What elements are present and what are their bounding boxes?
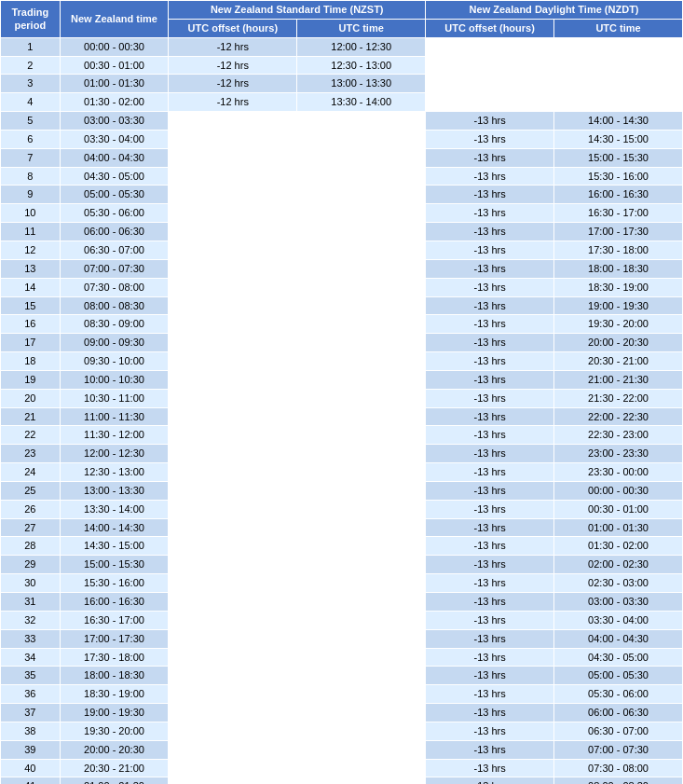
nzst-time-cell [297,704,426,722]
nzst-time-cell [297,204,426,223]
nzdt-time-cell: 06:00 - 06:30 [554,704,683,722]
nzst-offset-cell [169,370,297,389]
nz-time-cell: 07:30 - 08:00 [60,278,169,296]
table-row: 2211:30 - 12:00-13 hrs22:30 - 23:00 [1,426,683,445]
nzdt-offset-cell [426,37,554,56]
period-cell: 18 [1,352,61,371]
table-row: 2513:00 - 13:30-13 hrs00:00 - 00:30 [1,481,683,500]
table-row: 804:30 - 05:00-13 hrs15:30 - 16:00 [1,167,683,186]
nzst-time-cell [297,629,426,648]
period-cell: 13 [1,259,61,278]
nzdt-time-cell: 01:30 - 02:00 [554,537,683,556]
nz-time-cell: 07:00 - 07:30 [60,259,169,278]
period-cell: 40 [1,759,61,777]
nzdt-offset-cell: -13 hrs [426,148,554,167]
nzst-offset-cell [169,296,297,315]
nzdt-time-cell [554,37,683,56]
period-cell: 28 [1,537,61,556]
nz-time-cell: 13:00 - 13:30 [60,481,169,500]
nzdt-time-cell: 07:30 - 08:00 [554,759,683,777]
nzst-time-cell [297,148,426,167]
nzst-offset-cell: -12 hrs [169,56,297,75]
nzst-time-cell [297,500,426,518]
nzdt-offset-cell: -13 hrs [426,315,554,334]
nzst-time-cell [297,315,426,334]
nzst-offset-cell [169,518,297,537]
nzdt-offset-cell: -13 hrs [426,518,554,537]
nz-time-cell: 10:30 - 11:00 [60,389,169,407]
nzdt-offset-cell: -13 hrs [426,167,554,186]
nzst-time-cell [297,352,426,371]
period-cell: 4 [1,93,61,112]
table-row: 1508:00 - 08:30-13 hrs19:00 - 19:30 [1,296,683,315]
nzdt-time-cell: 14:00 - 14:30 [554,112,683,131]
nzst-time-cell [297,740,426,759]
nzdt-time-cell: 02:30 - 03:00 [554,574,683,593]
table-row: 1106:00 - 06:30-13 hrs17:00 - 17:30 [1,223,683,241]
nzst-time-cell [297,370,426,389]
nzdt-time-cell [554,75,683,93]
period-cell: 27 [1,518,61,537]
nzst-time-cell [297,426,426,445]
nz-time-cell: 08:30 - 09:00 [60,315,169,334]
nzdt-offset-cell: -13 hrs [426,112,554,131]
table-row: 603:30 - 04:00-13 hrs14:30 - 15:00 [1,130,683,148]
nz-time-cell: 10:00 - 10:30 [60,370,169,389]
nzdt-time-cell: 17:00 - 17:30 [554,223,683,241]
nzdt-offset-cell: -13 hrs [426,352,554,371]
nzst-time-cell [297,574,426,593]
nzdt-offset-cell: -13 hrs [426,629,554,648]
nzdt-offset-cell: -13 hrs [426,611,554,629]
nzdt-time-cell: 05:00 - 05:30 [554,667,683,685]
nzdt-time-cell [554,56,683,75]
table-row: 2111:00 - 11:30-13 hrs22:00 - 22:30 [1,407,683,426]
nz-time-cell: 03:00 - 03:30 [60,112,169,131]
nzst-offset-cell [169,593,297,612]
nz-time-cell: 16:00 - 16:30 [60,593,169,612]
table-row: 3317:00 - 17:30-13 hrs04:00 - 04:30 [1,629,683,648]
nzdt-time-cell: 23:00 - 23:30 [554,445,683,463]
nzdt-time-cell: 06:30 - 07:00 [554,722,683,740]
nzst-time-cell: 13:30 - 14:00 [297,93,426,112]
table-row: 1910:00 - 10:30-13 hrs21:00 - 21:30 [1,370,683,389]
nzst-offset-cell [169,500,297,518]
nzdt-time-cell: 15:30 - 16:00 [554,167,683,186]
nzst-offset-cell: -12 hrs [169,93,297,112]
nz-time-cell: 21:00 - 21:30 [60,777,169,784]
period-cell: 12 [1,241,61,259]
table-row: 2915:00 - 15:30-13 hrs02:00 - 02:30 [1,556,683,574]
nzst-offset-cell [169,667,297,685]
period-cell: 34 [1,648,61,667]
table-row: 3417:30 - 18:00-13 hrs04:30 - 05:00 [1,648,683,667]
nzst-time-cell [297,481,426,500]
nzdt-offset-cell: -13 hrs [426,370,554,389]
period-cell: 8 [1,167,61,186]
table-row: 3719:00 - 19:30-13 hrs06:00 - 06:30 [1,704,683,722]
nzdt-time-cell: 20:00 - 20:30 [554,334,683,352]
nz-time-cell: 06:30 - 07:00 [60,241,169,259]
col-nzdt-utc-time: UTC time [554,19,683,37]
nzst-time-cell [297,518,426,537]
nz-time-cell: 08:00 - 08:30 [60,296,169,315]
period-cell: 26 [1,500,61,518]
nz-time-cell: 14:00 - 14:30 [60,518,169,537]
nzdt-time-cell: 21:30 - 22:00 [554,389,683,407]
nzdt-time-cell: 17:30 - 18:00 [554,241,683,259]
table-row: 704:00 - 04:30-13 hrs15:00 - 15:30 [1,148,683,167]
period-cell: 1 [1,37,61,56]
table-row: 301:00 - 01:30-12 hrs13:00 - 13:30 [1,75,683,93]
col-nzst-group: New Zealand Standard Time (NZST) [169,1,426,20]
nzdt-offset-cell: -13 hrs [426,574,554,593]
nzdt-offset-cell: -13 hrs [426,777,554,784]
period-cell: 19 [1,370,61,389]
nzst-offset-cell [169,130,297,148]
nzdt-time-cell: 08:00 - 08:30 [554,777,683,784]
nzdt-time-cell: 14:30 - 15:00 [554,130,683,148]
nzst-offset-cell [169,537,297,556]
table-row: 1809:30 - 10:00-13 hrs20:30 - 21:00 [1,352,683,371]
nzdt-time-cell: 20:30 - 21:00 [554,352,683,371]
nzdt-offset-cell: -13 hrs [426,186,554,204]
nzst-offset-cell [169,389,297,407]
nzst-time-cell [297,556,426,574]
nzst-time-cell [297,167,426,186]
